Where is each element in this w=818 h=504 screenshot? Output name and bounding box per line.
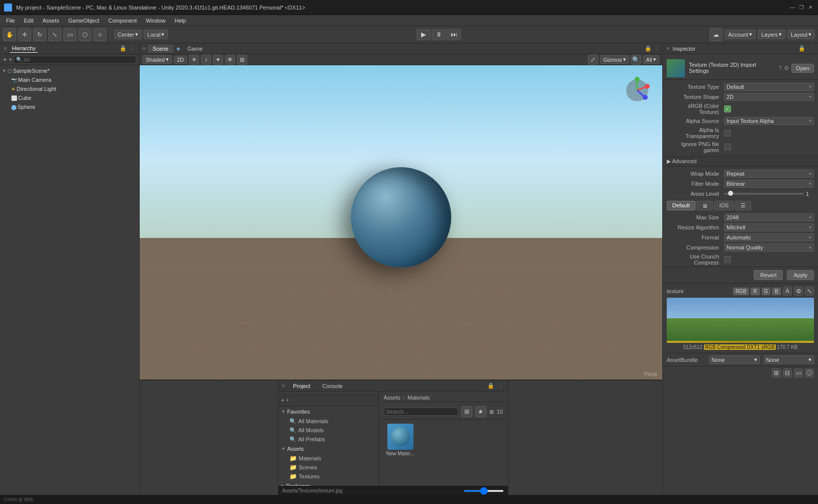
shading-mode-dropdown[interactable]: Shaded ▾	[143, 55, 172, 64]
layers-dropdown[interactable]: Layers ▾	[758, 30, 785, 39]
grid-toggle[interactable]: ⊞	[237, 55, 247, 65]
hierarchy-search[interactable]: 🔍 All	[14, 56, 136, 64]
all-materials-item[interactable]: 🔍 All Materials	[278, 417, 378, 426]
all-models-item[interactable]: 🔍 All Models	[278, 426, 378, 435]
menu-assets[interactable]: Assets	[39, 17, 63, 25]
scene-gizmo[interactable]	[622, 75, 652, 105]
gizmos-dropdown[interactable]: Gizmos ▾	[600, 55, 629, 64]
hierarchy-lock-icon[interactable]: 🔒	[120, 45, 127, 52]
project-filter1[interactable]: ⊞	[461, 406, 472, 417]
menu-window[interactable]: Window	[142, 17, 169, 25]
menu-edit[interactable]: Edit	[20, 17, 38, 25]
platform-default-tab[interactable]: Default	[667, 201, 695, 210]
channel-rgb-btn[interactable]: RGB	[733, 288, 749, 295]
scene-visibility[interactable]: 👁	[225, 55, 235, 65]
tab-console[interactable]: Console	[319, 382, 347, 390]
2d-toggle[interactable]: 2D	[174, 56, 187, 64]
project-lock-icon[interactable]: 🔒	[487, 383, 494, 389]
menu-help[interactable]: Help	[170, 17, 190, 25]
lighting-toggle[interactable]: ☀	[189, 55, 199, 65]
filter-mode-dropdown[interactable]: Bilinear ▾	[724, 180, 814, 188]
channel-r-btn[interactable]: R	[751, 288, 759, 295]
inspector-more-icon[interactable]: ⋮	[808, 45, 814, 52]
hierarchy-main-camera[interactable]: 📷 Main Camera	[0, 75, 139, 84]
tab-game[interactable]: Game	[182, 45, 208, 53]
platform-other-tab[interactable]: ☰	[735, 201, 751, 210]
inspector-icon3[interactable]: ▭	[794, 368, 803, 377]
inspector-icon2[interactable]: ⊟	[783, 368, 792, 377]
inspector-question-icon[interactable]: ?	[778, 65, 782, 72]
alpha-source-dropdown[interactable]: Input Texture Alpha ▾	[724, 117, 814, 125]
rotate-tool-btn[interactable]: ↻	[33, 28, 46, 41]
menu-component[interactable]: Component	[104, 17, 141, 25]
tab-scene[interactable]: Scene	[148, 45, 173, 53]
alpha-transparency-checkbox[interactable]	[724, 130, 731, 137]
path-assets[interactable]: Assets	[384, 395, 400, 401]
transform-tool-btn[interactable]: ⬡	[78, 28, 91, 41]
wrap-mode-dropdown[interactable]: Repeat ▾	[724, 170, 814, 178]
max-size-dropdown[interactable]: 2048 ▾	[724, 213, 814, 221]
custom-tool-btn[interactable]: ⊹	[93, 28, 107, 41]
project-filter2[interactable]: ★	[475, 406, 486, 417]
play-button[interactable]: ▶	[417, 29, 431, 40]
compression-dropdown[interactable]: Normal Quality ▾	[724, 243, 814, 251]
hierarchy-directional-light[interactable]: ☀ Directional Light	[0, 84, 139, 93]
rect-tool-btn[interactable]: ▭	[63, 28, 76, 41]
texture-shape-dropdown[interactable]: 2D ▾	[724, 93, 814, 101]
search-btn[interactable]: 🔍	[631, 55, 641, 65]
collab-btn[interactable]: ☁	[709, 28, 723, 41]
hierarchy-sphere[interactable]: ⬤ Sphere	[0, 102, 139, 111]
path-materials[interactable]: Materials	[407, 395, 430, 401]
aniso-thumb[interactable]	[728, 191, 733, 196]
assetbundle-dropdown-2[interactable]: None ▾	[764, 355, 814, 364]
pause-button[interactable]: ⏸	[432, 29, 446, 40]
hierarchy-add-button[interactable]: +	[3, 56, 7, 63]
materials-folder-item[interactable]: 📁 Materials	[278, 454, 378, 463]
preview-expand-btn[interactable]: ⤡	[805, 287, 814, 296]
tab-hierarchy[interactable]: Hierarchy	[10, 44, 38, 53]
menu-gameobject[interactable]: GameObject	[64, 17, 104, 25]
inspector-settings-icon[interactable]: ⚙	[784, 65, 789, 72]
inspector-lock-icon[interactable]: 🔒	[798, 45, 805, 52]
inspector-tab[interactable]: Inspector	[673, 46, 695, 52]
revert-button[interactable]: Revert	[754, 270, 783, 280]
tab-project[interactable]: Project	[289, 382, 314, 390]
scene-viewport[interactable]: Persp	[140, 65, 662, 380]
hierarchy-scene-root[interactable]: ▼ ⬡ SampleScene*	[0, 66, 139, 75]
move-to-view[interactable]: ⤢	[588, 55, 598, 65]
textures-folder-item[interactable]: 📁 Textures	[278, 472, 378, 481]
zoom-slider[interactable]	[464, 490, 504, 492]
channel-b-btn[interactable]: B	[772, 288, 781, 295]
crunch-checkbox[interactable]	[724, 256, 731, 263]
step-button[interactable]: ⏭	[447, 29, 461, 40]
favorites-header[interactable]: ▼ Favorites	[278, 407, 378, 417]
close-button[interactable]: ✕	[807, 4, 814, 11]
srgb-checkbox[interactable]: ✓	[724, 105, 731, 112]
texture-type-dropdown[interactable]: Default ▾	[724, 83, 814, 91]
scene-more-icon[interactable]: ⋮	[654, 45, 659, 52]
packages-header[interactable]: ▶ Packages	[278, 481, 378, 486]
effects-toggle[interactable]: ✦	[213, 55, 223, 65]
project-asset-material[interactable]: New Mater...	[383, 422, 418, 458]
resize-algorithm-dropdown[interactable]: Mitchell ▾	[724, 223, 814, 231]
inspector-icon1[interactable]: ⊞	[772, 368, 781, 377]
audio-toggle[interactable]: ♪	[201, 55, 211, 65]
layout-dropdown[interactable]: Layout ▾	[787, 30, 815, 39]
scenes-folder-item[interactable]: 📁 Scenes	[278, 463, 378, 472]
platform-monitor-tab[interactable]: 🖥	[696, 201, 713, 210]
scene-lock-icon[interactable]: 🔒	[645, 45, 652, 52]
preview-settings-btn[interactable]: ⚙	[794, 287, 803, 296]
menu-file[interactable]: File	[2, 17, 19, 25]
apply-button[interactable]: Apply	[787, 270, 814, 280]
open-button[interactable]: Open	[791, 64, 814, 73]
account-dropdown[interactable]: Account ▾	[725, 30, 756, 39]
hand-tool-btn[interactable]: ✋	[3, 28, 16, 41]
advanced-section[interactable]: ▶ Advanced	[663, 156, 818, 167]
scale-tool-btn[interactable]: ⤡	[48, 28, 61, 41]
hierarchy-more-icon[interactable]: ⋮	[130, 45, 135, 52]
ignore-png-checkbox[interactable]	[724, 144, 731, 151]
all-layers-dropdown[interactable]: All ▾	[643, 55, 659, 64]
restore-button[interactable]: ❐	[798, 4, 805, 11]
assets-header[interactable]: ▼ Assets	[278, 444, 378, 454]
project-add-button[interactable]: +	[281, 397, 284, 403]
